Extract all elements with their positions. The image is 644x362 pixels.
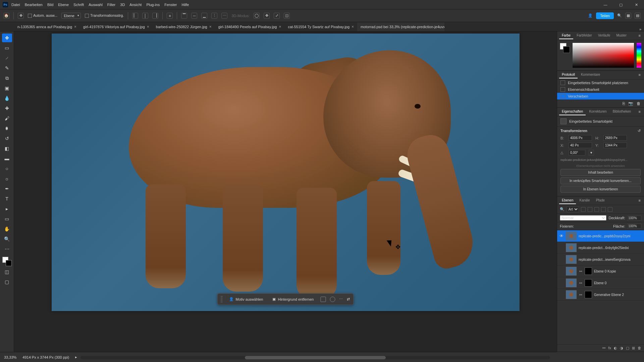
select-subject-button[interactable]: 👤Motiv auswählen: [226, 296, 266, 303]
stamp-tool[interactable]: ⧯: [2, 124, 12, 133]
foreground-background-swatch[interactable]: [560, 43, 570, 53]
layer-name[interactable]: Ebene 0: [594, 281, 642, 285]
history-state[interactable]: Verschieben: [557, 93, 644, 100]
layer-mask-thumbnail[interactable]: [585, 279, 592, 287]
history-state[interactable]: Eingebettetes Smartobjekt platzieren: [557, 79, 644, 86]
crop-tool[interactable]: ⧉: [2, 74, 12, 82]
edit-content-button[interactable]: Inhalt bearbeiten: [560, 169, 641, 176]
quick-select-tool[interactable]: ✎: [2, 64, 12, 72]
filter-pixel-icon[interactable]: [581, 207, 586, 212]
layer-name[interactable]: Ebene 0 Kopie: [594, 269, 642, 273]
distribute-v-icon[interactable]: ⋮: [211, 13, 217, 19]
x-input[interactable]: [569, 142, 592, 148]
panel-tab-bibliotheken[interactable]: Bibliotheken: [610, 108, 634, 115]
align-center-v-icon[interactable]: ─: [191, 13, 197, 19]
layer-mask-link-icon[interactable]: ⚯: [579, 293, 583, 297]
menu-plug-ins[interactable]: Plug-ins: [146, 3, 160, 7]
menu-ansicht[interactable]: Ansicht: [129, 3, 142, 7]
distribute-icon[interactable]: ≡: [167, 13, 173, 19]
align-bottom-icon[interactable]: ▁: [201, 13, 207, 19]
convert-layers-button[interactable]: In Ebenen konvertieren: [560, 186, 641, 193]
layer-row[interactable]: replicate-predict...6nbyfgfe25iedxi: [557, 242, 644, 254]
layer-mask-thumbnail[interactable]: [585, 267, 592, 275]
type-tool[interactable]: T: [2, 194, 12, 203]
layer-thumbnail[interactable]: [566, 267, 577, 276]
layer-row[interactable]: ⚯Ebene 0 Kopie: [557, 265, 644, 277]
history-new-doc-icon[interactable]: ⎘: [623, 101, 625, 106]
convert-linked-button[interactable]: In verknüpftes Smartobjekt konvertieren.…: [560, 177, 641, 184]
marquee-tool[interactable]: ▭: [2, 44, 12, 52]
move-tool[interactable]: ✥: [2, 34, 12, 42]
blend-mode-select[interactable]: Normal: [560, 215, 606, 221]
window-close[interactable]: ✕: [629, 0, 644, 9]
path-select-tool[interactable]: ▸: [2, 204, 12, 213]
share-button[interactable]: Teilen: [596, 12, 614, 19]
align-left-icon[interactable]: ▏: [132, 13, 138, 19]
horizontal-scrollbar[interactable]: [80, 356, 550, 359]
document-tab[interactable]: girl-1846490 Pexels auf Pixabay.jpg×: [215, 22, 285, 31]
angle-input[interactable]: [569, 150, 585, 156]
menu-filter[interactable]: Filter: [107, 3, 115, 7]
height-input[interactable]: [603, 135, 627, 141]
align-right-icon[interactable]: ▕: [152, 13, 158, 19]
panel-tab-pfade[interactable]: Pfade: [593, 197, 607, 204]
document-tab[interactable]: girl-4197876 Viktoriya auf Pixabay.jpg×: [80, 22, 153, 31]
layer-visibility-toggle[interactable]: 👁: [559, 234, 564, 238]
zoom-tool[interactable]: 🔍: [2, 235, 12, 243]
history-state[interactable]: Ebenensichtbarkeit: [557, 86, 644, 93]
shape-tool[interactable]: ▭: [2, 215, 12, 223]
eyedropper-tool[interactable]: 💧: [2, 94, 12, 103]
menu-bearbeiten[interactable]: Bearbeiten: [25, 3, 43, 7]
document-dimensions[interactable]: 4914 Px x 3744 Px (300 ppi): [22, 355, 69, 359]
status-menu-icon[interactable]: ▸: [75, 355, 77, 359]
menu-ebene[interactable]: Ebene: [58, 3, 69, 7]
gradient-tool[interactable]: ▬: [2, 154, 12, 163]
document-canvas[interactable]: 👤Motiv auswählen ▣Hintergrund entfernen …: [52, 34, 520, 311]
blur-tool[interactable]: ○: [2, 164, 12, 173]
zoom-level[interactable]: 33,33%: [4, 355, 16, 359]
auto-select-target[interactable]: Ebene: [61, 13, 81, 19]
layer-mask-thumbnail[interactable]: [585, 291, 592, 298]
layer-row[interactable]: ⚯Ebene 0: [557, 277, 644, 289]
drag-handle-icon[interactable]: [221, 296, 222, 303]
layer-row[interactable]: replicate-predict...iewrel5ergtznxva: [557, 254, 644, 265]
align-center-h-icon[interactable]: │: [142, 13, 148, 19]
opacity-input[interactable]: [627, 216, 641, 221]
more-align-icon[interactable]: ⋯: [221, 13, 227, 19]
tab-close-icon[interactable]: ×: [352, 24, 354, 29]
layer-name[interactable]: replicate-predict...6nbyfgfe25iedxi: [579, 246, 642, 250]
menu-fenster[interactable]: Fenster: [164, 3, 177, 7]
layer-filter-select[interactable]: Art: [567, 206, 579, 212]
layer-thumbnail[interactable]: [566, 255, 577, 264]
angle-dropdown-icon[interactable]: ▾: [589, 150, 594, 156]
ctx-adjust-icon[interactable]: [330, 297, 335, 302]
brush-tool[interactable]: 🖌: [2, 114, 12, 123]
panel-tab-muster[interactable]: Muster: [613, 32, 629, 39]
panel-tab-protokoll[interactable]: Protokoll: [559, 71, 578, 78]
history-brush-tool[interactable]: ↺: [2, 134, 12, 143]
color-field[interactable]: [573, 43, 634, 68]
layer-adjust-icon[interactable]: ◑: [620, 346, 623, 350]
tab-close-icon[interactable]: ×: [209, 24, 212, 29]
filter-shape-icon[interactable]: [601, 207, 606, 212]
panel-tab-kanäle[interactable]: Kanäle: [577, 197, 592, 204]
window-minimize[interactable]: —: [598, 0, 613, 9]
home-icon[interactable]: 🏠: [3, 13, 9, 19]
layer-new-icon[interactable]: ⊞: [632, 346, 635, 350]
menu-bild[interactable]: Bild: [47, 3, 53, 7]
panel-menu-icon[interactable]: ≡: [637, 32, 642, 39]
document-tab[interactable]: n-1335365 annca auf Pixabay.jpg×: [14, 22, 80, 31]
transform-controls-toggle[interactable]: Transformationsstrg.: [85, 13, 124, 18]
dodge-tool[interactable]: ☼: [2, 174, 12, 183]
align-top-icon[interactable]: ▔: [181, 13, 187, 19]
layer-name[interactable]: Generative Ebene 2: [594, 293, 642, 297]
reset-transform-icon[interactable]: ↺: [638, 129, 641, 133]
panel-tab-korrekturen[interactable]: Korrekturen: [586, 108, 609, 115]
panel-tab-eigenschaften[interactable]: Eigenschaften: [559, 108, 586, 115]
healing-tool[interactable]: ✚: [2, 104, 12, 113]
panel-menu-icon[interactable]: ≡: [637, 108, 642, 115]
search-icon[interactable]: 🔍: [617, 13, 622, 18]
auto-select-toggle[interactable]: Autom. ausw...: [28, 13, 57, 18]
menu-3d[interactable]: 3D: [120, 3, 125, 7]
filter-type-icon[interactable]: [594, 207, 599, 212]
